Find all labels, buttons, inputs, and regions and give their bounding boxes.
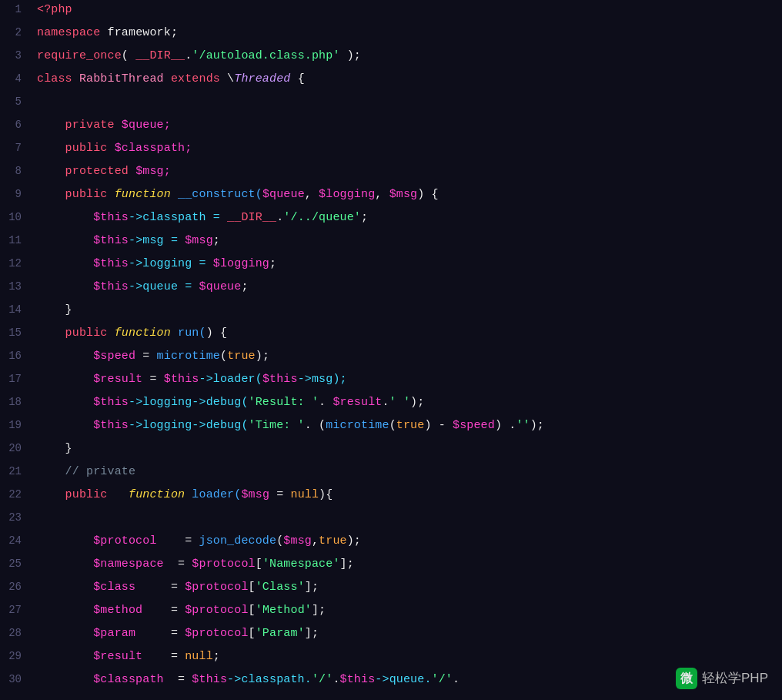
line-number: 2 [0, 25, 32, 42]
token: $logging [319, 188, 375, 201]
line-content: $method = $protocol['Method']; [32, 601, 782, 619]
token: ; [361, 211, 368, 224]
line-number: 12 [0, 256, 32, 273]
code-line: 26 $class = $protocol['Class']; [0, 578, 782, 601]
token: true [319, 534, 347, 548]
line-number: 18 [0, 394, 32, 411]
line-number: 30 [0, 672, 32, 688]
token: 'Namespace' [262, 558, 340, 571]
token: = [164, 673, 192, 686]
token: ]; [340, 558, 354, 571]
line-number: 7 [0, 140, 32, 157]
line-content: } [32, 440, 782, 457]
code-line: 6 private $queue; [0, 116, 782, 139]
token: ]; [305, 581, 319, 594]
line-content: $classpath = $this->classpath.'/'.$this-… [32, 671, 782, 688]
token: $class [37, 581, 135, 594]
token: , [312, 534, 319, 548]
token: $result [37, 373, 142, 386]
token: require_once [37, 49, 122, 62]
token: public [37, 188, 108, 201]
token: ) . [495, 419, 516, 432]
token: $queue; [115, 119, 171, 132]
token: ' ' [389, 396, 410, 409]
line-number: 9 [0, 186, 32, 203]
token: ); [340, 49, 361, 62]
token: '' [516, 419, 530, 432]
token: ) - [424, 419, 453, 432]
token: = [142, 604, 185, 617]
line-content: public $classpath; [32, 139, 782, 157]
token: ; [269, 257, 276, 270]
token: ->queue = [129, 280, 199, 293]
line-content [32, 509, 782, 527]
token: $speed [37, 350, 135, 363]
token: $protocol [185, 627, 248, 640]
code-line: 19 $this->logging->debug('Time: '. (micr… [0, 416, 782, 439]
token: $queue [262, 188, 305, 201]
code-line: 11 $this->msg = $msg; [0, 231, 782, 254]
token: $speed [453, 419, 495, 432]
watermark-text: 轻松学PHP [702, 668, 768, 688]
token: ->logging->debug( [129, 419, 249, 432]
token [108, 327, 115, 340]
token: run( [171, 327, 206, 340]
code-line: 16 $speed = microtime(true); [0, 347, 782, 370]
token: ( [276, 534, 283, 548]
token: $queue [199, 280, 242, 293]
line-content: $this->queue = $queue; [32, 278, 782, 296]
token: $protocol [185, 604, 248, 617]
code-line: 22 public function loader($msg = null){ [0, 485, 782, 508]
token: ); [347, 534, 361, 548]
token: $logging [213, 257, 269, 270]
token: [ [249, 581, 256, 594]
line-content: $this->classpath = __DIR__.'/../queue'; [32, 209, 782, 226]
token: namespace [37, 26, 100, 39]
token: $msg; [129, 165, 171, 178]
line-content: <?php [32, 1, 782, 18]
token: = [142, 650, 185, 663]
token: . [319, 396, 333, 409]
token: $result [37, 650, 142, 663]
token: $this [37, 396, 129, 409]
token: microtime [326, 419, 389, 432]
token: [ [256, 558, 262, 571]
token: 'Param' [256, 627, 305, 640]
token: public [37, 142, 108, 155]
token: ->loader( [199, 373, 262, 386]
token: function [115, 327, 171, 340]
token: ; [213, 650, 220, 663]
line-number: 22 [0, 487, 32, 504]
token: __construct( [171, 188, 262, 201]
token: $namespace [37, 558, 164, 571]
code-line: 2namespace framework; [0, 23, 782, 46]
line-content: $speed = microtime(true); [32, 347, 782, 365]
token: $method [37, 604, 142, 617]
token: $this [340, 673, 376, 686]
line-number: 3 [0, 48, 32, 65]
token: $this [262, 373, 298, 386]
token: // private [37, 465, 135, 478]
line-number: 16 [0, 348, 32, 365]
token: $this [37, 280, 129, 293]
code-line: 29 $result = null; [0, 647, 782, 670]
token: = [135, 581, 185, 594]
token: microtime [157, 350, 220, 363]
token: protected [37, 165, 129, 178]
token: ->classpath = [129, 211, 227, 224]
token: $msg [185, 234, 213, 247]
line-content: public function __construct($queue, $log… [32, 186, 782, 203]
line-number: 15 [0, 325, 32, 342]
token: ); [256, 350, 269, 363]
line-number: 24 [0, 533, 32, 550]
token: '/autoload.class.php' [192, 49, 339, 62]
token: $protocol [192, 558, 255, 571]
token: [ [249, 627, 256, 640]
code-line: 3require_once( __DIR__.'/autoload.class.… [0, 46, 782, 69]
line-number: 8 [0, 163, 32, 180]
watermark: 微 轻松学PHP [676, 668, 768, 689]
code-line: 25 $namespace = $protocol['Namespace']; [0, 554, 782, 578]
token: = [142, 373, 163, 386]
token: = [135, 350, 156, 363]
token: 'Result: ' [249, 396, 319, 409]
